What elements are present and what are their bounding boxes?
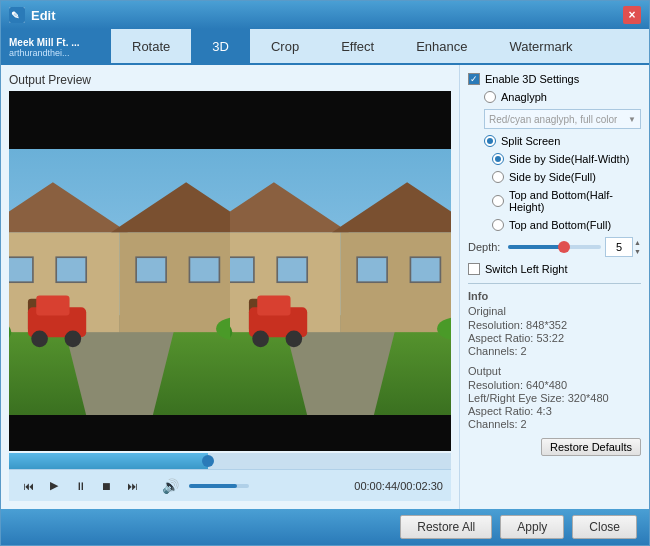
tab-watermark[interactable]: Watermark (488, 29, 593, 63)
track-info: Meek Mill Ft. ... arthurandthei... (1, 29, 111, 65)
volume-slider[interactable] (189, 484, 249, 488)
option-top-full-row: Top and Bottom(Full) (492, 219, 641, 231)
option-side-full-label: Side by Side(Full) (509, 171, 596, 183)
option-side-half-radio[interactable] (492, 153, 504, 165)
left-panel: Output Preview (1, 65, 459, 509)
stop-button[interactable]: ⏹ (95, 475, 117, 497)
svg-point-39 (286, 330, 303, 347)
depth-down-arrow[interactable]: ▼ (634, 247, 641, 256)
app-icon: ✎ (9, 7, 25, 23)
enable-3d-row: Enable 3D Settings (468, 73, 641, 85)
svg-rect-15 (36, 295, 69, 315)
anaglyph-dropdown[interactable]: Red/cyan anaglyph, full color ▼ (484, 109, 641, 129)
info-section: Info Original Resolution: 848*352 Aspect… (468, 290, 641, 357)
anaglyph-dropdown-value: Red/cyan anaglyph, full color (489, 114, 617, 125)
option-top-half-radio[interactable] (492, 195, 504, 207)
timeline-thumb[interactable] (202, 455, 214, 467)
option-top-half-row: Top and Bottom(Half-Height) (492, 189, 641, 213)
anaglyph-row: Anaglyph (468, 91, 641, 103)
edit-window: ✎ Edit × Meek Mill Ft. ... arthurandthei… (0, 0, 650, 546)
svg-rect-31 (230, 257, 254, 282)
option-top-full-radio[interactable] (492, 219, 504, 231)
option-side-half-row: Side by Side(Half-Width) (492, 153, 641, 165)
info-title: Info (468, 290, 641, 302)
svg-rect-9 (9, 257, 33, 282)
anaglyph-label: Anaglyph (501, 91, 547, 103)
svg-rect-34 (357, 257, 387, 282)
split-screen-row: Split Screen (468, 135, 641, 147)
anaglyph-radio[interactable] (484, 91, 496, 103)
depth-arrows[interactable]: ▲ ▼ (634, 238, 641, 256)
close-bottom-button[interactable]: Close (572, 515, 637, 539)
tab-enhance[interactable]: Enhance (395, 29, 488, 63)
output-resolution: Resolution: 640*480 (468, 379, 641, 391)
dropdown-arrow-icon: ▼ (628, 115, 636, 124)
svg-text:✎: ✎ (11, 10, 19, 21)
tab-rotate[interactable]: Rotate (111, 29, 191, 63)
option-side-full-radio[interactable] (492, 171, 504, 183)
option-top-full-label: Top and Bottom(Full) (509, 219, 611, 231)
skip-back-button[interactable]: ⏮ (17, 475, 39, 497)
playback-controls: ⏮ ▶ ⏸ ⏹ ⏭ 🔊 00:00:44/00:02:30 (9, 469, 451, 501)
video-left-half (9, 149, 230, 415)
switch-lr-checkbox[interactable] (468, 263, 480, 275)
tab-effect[interactable]: Effect (320, 29, 395, 63)
original-channels: Channels: 2 (468, 345, 641, 357)
pause-button[interactable]: ⏸ (69, 475, 91, 497)
video-container (9, 91, 451, 451)
tab-3d[interactable]: 3D (191, 29, 250, 63)
svg-rect-12 (136, 257, 166, 282)
depth-value: 5 (605, 237, 633, 257)
svg-point-38 (252, 330, 269, 347)
svg-rect-37 (257, 295, 290, 315)
restore-defaults-button[interactable]: Restore Defaults (541, 438, 641, 456)
switch-lr-label: Switch Left Right (485, 263, 568, 275)
original-resolution: Resolution: 848*352 (468, 319, 641, 331)
skip-fwd-button[interactable]: ⏭ (121, 475, 143, 497)
apply-button[interactable]: Apply (500, 515, 564, 539)
video-right-half (230, 149, 451, 415)
volume-button[interactable]: 🔊 (159, 475, 181, 497)
svg-rect-10 (56, 257, 86, 282)
svg-rect-35 (410, 257, 440, 282)
play-button[interactable]: ▶ (43, 475, 65, 497)
split-screen-radio[interactable] (484, 135, 496, 147)
depth-label: Depth: (468, 241, 500, 253)
track-artist: arthurandthei... (9, 48, 103, 58)
timeline-progress (9, 453, 208, 469)
depth-row: Depth: 5 ▲ ▼ (468, 237, 641, 257)
title-bar: ✎ Edit × (1, 1, 649, 29)
switch-lr-row: Switch Left Right (468, 263, 641, 275)
bottom-bar: Restore All Apply Close (1, 509, 649, 545)
option-side-half-label: Side by Side(Half-Width) (509, 153, 629, 165)
close-button[interactable]: × (623, 6, 641, 24)
time-display: 00:00:44/00:02:30 (354, 480, 443, 492)
svg-rect-13 (189, 257, 219, 282)
volume-fill (189, 484, 237, 488)
svg-point-17 (65, 330, 82, 347)
track-name: Meek Mill Ft. ... (9, 37, 103, 48)
enable-3d-checkbox[interactable] (468, 73, 480, 85)
timeline-bar[interactable] (9, 453, 451, 469)
main-content: Output Preview (1, 65, 649, 509)
original-aspect: Aspect Ratio: 53:22 (468, 332, 641, 344)
output-preview-label: Output Preview (9, 73, 451, 87)
restore-all-button[interactable]: Restore All (400, 515, 492, 539)
original-label: Original (468, 305, 641, 317)
depth-up-arrow[interactable]: ▲ (634, 238, 641, 247)
output-aspect: Aspect Ratio: 4:3 (468, 405, 641, 417)
output-eye-size: Left/Right Eye Size: 320*480 (468, 392, 641, 404)
split-screen-label: Split Screen (501, 135, 560, 147)
svg-point-16 (31, 330, 48, 347)
depth-slider[interactable] (508, 239, 601, 255)
separator (468, 283, 641, 284)
svg-rect-32 (277, 257, 307, 282)
output-label: Output (468, 365, 641, 377)
output-channels: Channels: 2 (468, 418, 641, 430)
tab-crop[interactable]: Crop (250, 29, 320, 63)
enable-3d-label: Enable 3D Settings (485, 73, 579, 85)
right-panel: Enable 3D Settings Anaglyph Red/cyan ana… (459, 65, 649, 509)
title-text: Edit (31, 8, 623, 23)
restore-defaults-row: Restore Defaults (468, 438, 641, 456)
option-side-full-row: Side by Side(Full) (492, 171, 641, 183)
